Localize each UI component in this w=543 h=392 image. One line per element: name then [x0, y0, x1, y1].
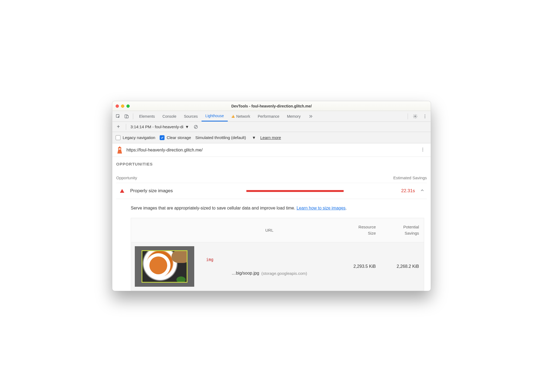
title-bar: DevTools - foul-heavenly-direction.glitc…: [112, 101, 431, 111]
maximize-window-button[interactable]: [126, 104, 130, 108]
section-title: OPPORTUNITIES: [116, 162, 427, 168]
fail-triangle-icon: [120, 189, 124, 193]
opportunity-columns: Opportunity Estimated Savings: [116, 168, 427, 183]
checkbox-checked[interactable]: [160, 135, 165, 140]
devtools-window: DevTools - foul-heavenly-direction.glitc…: [112, 101, 431, 291]
minimize-window-button[interactable]: [121, 104, 124, 108]
svg-point-11: [423, 151, 423, 151]
separator: [408, 113, 408, 119]
clear-icon[interactable]: [192, 123, 200, 131]
opportunity-row[interactable]: Properly size images 22.31s: [116, 183, 427, 199]
throttling-select[interactable]: Simulated throttling (default) ▼: [195, 135, 256, 140]
opportunity-description: Serve images that are appropriately-size…: [116, 199, 427, 218]
table-header: URL Resource Size Potential Savings: [131, 218, 424, 242]
inspect-icon[interactable]: [114, 112, 122, 120]
table-row[interactable]: img …big/soop.jpg (storage.googleapis.co…: [131, 242, 424, 290]
device-toolbar-icon[interactable]: [123, 112, 131, 120]
checkbox-unchecked[interactable]: [116, 135, 120, 140]
tab-lighthouse[interactable]: Lighthouse: [202, 111, 228, 121]
resource-host: (storage.googleapis.com): [262, 271, 307, 276]
opp-desc-post: .: [346, 206, 347, 210]
savings-bar-wrap: [246, 190, 395, 192]
opportunity-label: Properly size images: [130, 188, 246, 194]
svg-point-5: [425, 116, 425, 116]
traffic-lights: [116, 104, 130, 108]
svg-point-6: [425, 117, 425, 118]
warning-icon: [232, 115, 235, 118]
clear-storage-option[interactable]: Clear storage: [160, 135, 191, 140]
opportunity-table: URL Resource Size Potential Savings: [131, 218, 424, 291]
kebab-menu-icon[interactable]: [421, 112, 429, 120]
report-menu-icon[interactable]: [419, 146, 427, 155]
svg-rect-2: [126, 116, 128, 118]
table-col-potential: Potential Savings: [381, 218, 424, 242]
tab-sources[interactable]: Sources: [180, 111, 202, 121]
report-select[interactable]: 3:14:14 PM - foul-heavenly-di ▼: [130, 124, 189, 129]
tab-overflow[interactable]: [304, 111, 317, 121]
panel-tabs: Elements Console Sources Lighthouse Netw…: [135, 111, 317, 121]
lighthouse-options: Legacy navigation Clear storage Simulate…: [112, 132, 431, 143]
new-report-button[interactable]: +: [115, 124, 122, 130]
col-savings-label: Estimated Savings: [393, 175, 427, 180]
tab-elements[interactable]: Elements: [135, 111, 159, 121]
col-opportunity-label: Opportunity: [116, 175, 137, 180]
resource-size: 2,293.5 KiB: [337, 242, 381, 290]
settings-icon[interactable]: [411, 112, 419, 120]
svg-point-9: [423, 148, 423, 148]
report-content: OPPORTUNITIES Opportunity Estimated Savi…: [112, 157, 431, 291]
report-url-row: https://foul-heavenly-direction.glitch.m…: [112, 143, 431, 157]
opp-desc-text: Serve images that are appropriately-size…: [131, 206, 297, 210]
tab-console[interactable]: Console: [159, 111, 180, 121]
separator: [126, 124, 126, 130]
learn-more-link[interactable]: Learn more: [260, 135, 281, 140]
separator: [133, 113, 133, 119]
tab-bar: Elements Console Sources Lighthouse Netw…: [112, 111, 431, 122]
svg-point-4: [425, 114, 425, 115]
image-thumbnail: [135, 246, 194, 287]
opp-desc-link[interactable]: Learn how to size images: [297, 206, 346, 210]
report-select-label: 3:14:14 PM - foul-heavenly-di: [130, 124, 183, 129]
window-title: DevTools - foul-heavenly-direction.glitc…: [231, 104, 312, 108]
element-tag: img: [206, 257, 213, 262]
svg-rect-8: [119, 148, 120, 149]
svg-point-10: [423, 149, 423, 150]
dropdown-caret-icon: ▼: [185, 124, 189, 129]
savings-bar: [246, 190, 344, 192]
table-col-url: URL: [201, 218, 337, 242]
savings-value: 22.31s: [401, 188, 415, 194]
lighthouse-logo-icon: [116, 146, 123, 154]
tab-memory[interactable]: Memory: [283, 111, 304, 121]
tab-network[interactable]: Network: [228, 111, 254, 121]
clear-storage-label: Clear storage: [167, 135, 191, 140]
dropdown-caret-icon: ▼: [252, 135, 256, 140]
tab-performance[interactable]: Performance: [254, 111, 283, 121]
throttling-label: Simulated throttling (default): [195, 135, 246, 140]
table-col-thumb: [131, 218, 201, 242]
resource-path: …big/soop.jpg: [232, 271, 259, 276]
chevron-double-right-icon: [308, 114, 313, 119]
table-col-size: Resource Size: [337, 218, 381, 242]
audited-url: https://foul-heavenly-direction.glitch.m…: [126, 148, 203, 153]
tab-network-label: Network: [236, 114, 250, 119]
legacy-nav-label: Legacy navigation: [123, 135, 155, 140]
chevron-up-icon[interactable]: [420, 188, 425, 194]
legacy-nav-option[interactable]: Legacy navigation: [116, 135, 155, 140]
lighthouse-toolbar: + 3:14:14 PM - foul-heavenly-di ▼: [112, 122, 431, 132]
potential-savings: 2,268.2 KiB: [381, 242, 424, 290]
svg-point-3: [415, 116, 416, 117]
close-window-button[interactable]: [116, 104, 119, 108]
